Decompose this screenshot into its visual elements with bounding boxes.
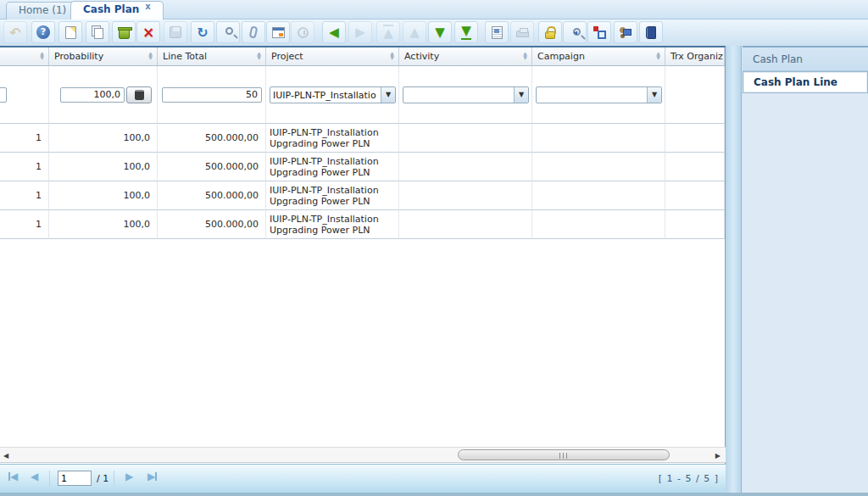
calendar-button[interactable]	[266, 21, 290, 43]
delete-selection-button[interactable]: ×	[136, 21, 160, 43]
print-icon	[516, 31, 529, 37]
page-number-input[interactable]	[58, 471, 92, 486]
zoom-across-icon	[573, 28, 581, 36]
next-page-button[interactable]: ▶	[125, 471, 133, 482]
activity-dropdown[interactable]: ▼	[403, 86, 529, 103]
undo-icon: ↶	[9, 25, 20, 41]
next-record-button[interactable]: ▼	[428, 21, 452, 43]
cash-plan-line-grid: ▲▼ Probability▲▼ Line Total▲▼ Project▲▼ …	[0, 46, 726, 464]
line-edit-input[interactable]	[0, 87, 7, 103]
scroll-left-icon[interactable]: ◀	[3, 452, 8, 460]
horizontal-scrollbar[interactable]: ◀ ▶	[0, 447, 726, 463]
column-header-trx-organization[interactable]: Trx Organiz	[665, 47, 725, 66]
close-tab-icon[interactable]: x	[145, 2, 150, 11]
column-header-activity[interactable]: Activity▲▼	[399, 47, 532, 66]
scrollbar-thumb[interactable]	[458, 449, 670, 460]
history-icon	[298, 27, 309, 38]
delete-record-icon	[119, 29, 130, 39]
last-page-button[interactable]: ▶	[147, 471, 157, 482]
archive-button[interactable]	[639, 21, 663, 43]
sort-icon[interactable]: ▲▼	[147, 51, 153, 59]
tab-cash-plan[interactable]: Cash Planx	[70, 1, 164, 20]
report-button[interactable]	[485, 21, 509, 43]
campaign-cell	[532, 153, 665, 181]
probability-cell: 100,0	[49, 210, 158, 239]
sidebar-item-cash-plan-line[interactable]: Cash Plan Line	[743, 71, 868, 93]
calculator-button[interactable]	[126, 86, 152, 103]
workflow-button[interactable]	[587, 21, 611, 43]
first-page-button[interactable]: ◀	[8, 471, 18, 482]
lock-button[interactable]	[538, 21, 562, 43]
table-row[interactable]: 1 100,0 500.000,00 IUIP-PLN-TP_Installat…	[0, 153, 725, 181]
trx-organization-cell	[665, 124, 725, 153]
copy-record-icon	[94, 28, 103, 39]
zoom-across-button[interactable]	[563, 21, 587, 43]
table-row[interactable]: 1 100,0 500.000,00 IUIP-PLN-TP_Installat…	[0, 181, 725, 210]
column-header-probability[interactable]: Probability▲▼	[49, 47, 158, 66]
panel-splitter[interactable]	[726, 46, 742, 493]
campaign-cell	[532, 210, 665, 239]
new-record-button[interactable]	[58, 21, 82, 43]
project-dropdown-value: IUIP-PLN-TP_Installatio	[270, 87, 381, 103]
find-button[interactable]	[216, 21, 240, 43]
last-record-button[interactable]: ▼	[454, 21, 478, 43]
detail-tab-button[interactable]: ▶	[348, 21, 372, 43]
column-header-campaign[interactable]: Campaign▲▼	[532, 47, 665, 66]
tab-hierarchy-panel: Cash Plan Cash Plan Line	[743, 46, 868, 493]
sidebar-item-cash-plan[interactable]: Cash Plan	[743, 47, 868, 71]
previous-record-button[interactable]: ▲	[403, 21, 426, 43]
attachment-button[interactable]	[242, 21, 265, 43]
scroll-right-icon[interactable]: ▶	[715, 452, 721, 460]
table-row[interactable]: 1 100,0 500.000,00 IUIP-PLN-TP_Installat…	[0, 124, 725, 153]
delete-record-button[interactable]	[112, 21, 136, 43]
refresh-button[interactable]: ↻	[191, 21, 214, 43]
probability-edit-input[interactable]	[60, 87, 125, 103]
help-button[interactable]: ?	[31, 21, 55, 43]
help-icon: ?	[36, 25, 50, 39]
campaign-dropdown[interactable]: ▼	[536, 86, 662, 103]
record-range-label: [ 1 - 5 / 5 ]	[659, 473, 719, 484]
campaign-cell	[532, 124, 665, 153]
sort-icon[interactable]: ▲▼	[256, 51, 262, 59]
column-header-line[interactable]: ▲▼	[0, 47, 49, 66]
table-row[interactable]: 1 100,0 500.000,00 IUIP-PLN-TP_Installat…	[0, 210, 725, 239]
undo-button[interactable]: ↶	[3, 21, 27, 43]
pagination-bar: ◀ ◀ / 1 ▶ ▶ [ 1 - 5 / 5 ]	[0, 464, 726, 493]
activity-cell	[399, 210, 532, 239]
column-header-project[interactable]: Project▲▼	[266, 47, 399, 66]
save-button[interactable]	[164, 21, 187, 43]
line-cell: 1	[0, 210, 49, 239]
dropdown-button[interactable]: ▼	[647, 87, 661, 103]
first-record-button[interactable]: ▲	[376, 21, 400, 43]
copy-record-button[interactable]	[86, 21, 109, 43]
line-total-edit-input[interactable]	[162, 87, 262, 103]
history-button[interactable]	[291, 21, 314, 43]
previous-record-icon: ▲	[409, 26, 420, 39]
sort-icon[interactable]: ▲▼	[389, 51, 395, 59]
dropdown-button[interactable]: ▼	[514, 87, 528, 103]
project-dropdown[interactable]: IUIP-PLN-TP_Installatio ▼	[270, 86, 396, 103]
requests-button[interactable]	[614, 21, 637, 43]
tab-home[interactable]: Home (1)	[6, 2, 79, 20]
line-total-cell: 500.000,00	[158, 181, 266, 210]
divider	[49, 471, 50, 486]
dropdown-button[interactable]: ▼	[381, 87, 395, 103]
line-cell: 1	[0, 124, 49, 153]
sort-icon[interactable]: ▲▼	[522, 51, 528, 59]
previous-page-icon: ◀	[31, 471, 38, 482]
print-button[interactable]	[510, 21, 534, 43]
window-bottom-edge	[0, 493, 868, 496]
chevron-down-icon: ▼	[519, 91, 524, 98]
previous-page-button[interactable]: ◀	[31, 471, 38, 482]
activity-cell	[399, 153, 532, 181]
sort-icon[interactable]: ▲▼	[39, 51, 45, 59]
delete-selection-icon: ×	[142, 24, 154, 41]
sort-icon[interactable]: ▲▼	[655, 51, 661, 59]
parent-tab-button[interactable]: ◀	[322, 21, 346, 43]
tab-cash-plan-label: Cash Plan	[83, 3, 139, 15]
report-icon	[492, 26, 503, 39]
trx-organization-cell	[665, 181, 725, 210]
tab-bar: Home (1) Cash Planx	[0, 0, 868, 20]
column-header-line-total[interactable]: Line Total▲▼	[158, 47, 266, 66]
toolbar: ↶ ? × ↻ ◀ ▶ ▲ ▲ ▼ ▼	[0, 20, 868, 46]
